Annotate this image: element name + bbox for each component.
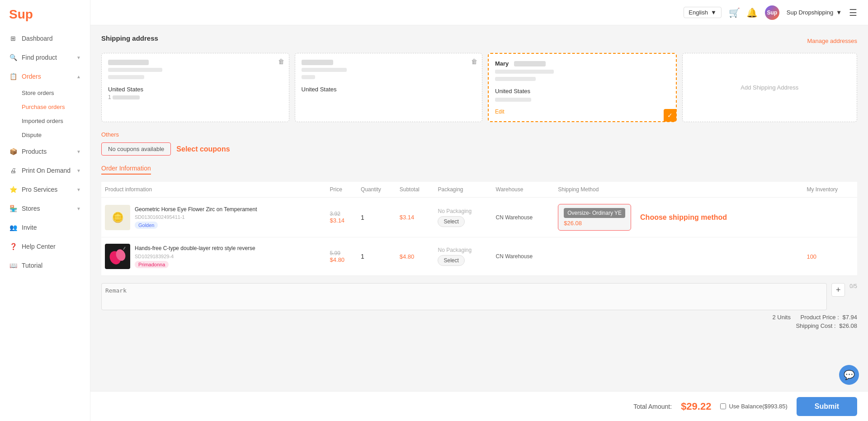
col-quantity: Quantity	[357, 182, 396, 198]
sidebar-item-help-center[interactable]: ❓ Help Center	[0, 237, 90, 256]
shipping-method-box-1[interactable]: Oversize- Ordinary YE $26.08	[558, 204, 631, 231]
others-section: Others No coupons available Select coupo…	[101, 131, 857, 156]
product-thumb-2	[105, 244, 130, 269]
inventory-2: 100	[803, 237, 857, 276]
subtotal-1: $3.14	[396, 198, 434, 237]
price-old-1: 3.92	[330, 211, 354, 217]
order-table: Product information Price Quantity Subto…	[101, 182, 857, 276]
selected-check-icon: ✓	[664, 109, 676, 122]
chevron-up-icon: ▲	[76, 74, 81, 79]
chevron-down-icon-4: ▼	[76, 187, 81, 192]
col-packaging: Packaging	[434, 182, 492, 198]
sidebar-item-tutorial[interactable]: 📖 Tutorial	[0, 256, 90, 275]
sidebar-item-print-on-demand[interactable]: 🖨 Print On Demand ▼	[0, 161, 90, 180]
product-info-1: 🪙 Geometric Horse Eye Flower Zirc on Tem…	[105, 205, 323, 230]
submit-button[interactable]: Submit	[797, 397, 857, 416]
hamburger-menu-icon[interactable]: ☰	[849, 7, 857, 18]
content-area: Shipping address Manage addresses 🗑 Unit…	[90, 25, 868, 391]
user-menu[interactable]: Sup Dropshipping ▼	[787, 9, 842, 16]
product-info-2: Hands-free C-type double-layer retro sty…	[105, 244, 323, 269]
remark-input[interactable]	[101, 283, 827, 310]
addr1-name	[108, 60, 283, 65]
addr2-country: United States	[302, 86, 476, 93]
chat-bubble[interactable]: 💬	[839, 365, 859, 385]
price-new-1: $3.14	[330, 217, 354, 224]
table-row: 🪙 Geometric Horse Eye Flower Zirc on Tem…	[101, 198, 857, 237]
manage-addresses-link[interactable]: Manage addresses	[807, 38, 857, 44]
packaging-select-btn-2[interactable]: Select	[438, 255, 464, 266]
col-warehouse: Warehouse	[492, 182, 555, 198]
sidebar-item-dispute[interactable]: Dispute	[22, 128, 90, 142]
address-card-2[interactable]: 🗑 United States	[295, 53, 483, 122]
chevron-down-icon: ▼	[76, 55, 81, 60]
shipping-method-2	[554, 237, 803, 276]
orders-submenu: Store orders Purchase orders Imported or…	[0, 86, 90, 142]
product-variant-1: Golden	[135, 222, 158, 229]
product-variant-2: Primadonna	[135, 261, 169, 268]
no-coupons-box[interactable]: No coupons available	[101, 142, 171, 156]
chevron-down-icon-user: ▼	[836, 9, 842, 16]
col-inventory: My Inventory	[803, 182, 857, 198]
product-sku-1: SD01301602495411-1	[135, 214, 257, 220]
sidebar-item-invite[interactable]: 👥 Invite	[0, 218, 90, 237]
delete-address-2-icon[interactable]: 🗑	[471, 58, 477, 65]
product-thumb-1: 🪙	[105, 205, 130, 230]
chevron-down-icon-5: ▼	[76, 206, 81, 211]
addresses-row: 🗑 United States 1 🗑 United St	[101, 53, 857, 122]
address-card-3[interactable]: Mary United States Edit ✓	[488, 53, 677, 122]
remark-add-button[interactable]: +	[831, 283, 845, 297]
addr3-name: Mary	[495, 60, 670, 67]
sidebar-item-pro-services[interactable]: ⭐ Pro Services ▼	[0, 180, 90, 199]
help-icon: ❓	[9, 242, 17, 251]
shipping-title: Shipping address	[101, 34, 158, 42]
main-area: English ▼ 🛒 🔔 Sup Sup Dropshipping ▼ ☰ S…	[90, 0, 868, 421]
price-old-2: 5.99	[330, 250, 354, 256]
table-row: Hands-free C-type double-layer retro sty…	[101, 237, 857, 276]
coupons-section: No coupons available Select coupons	[101, 142, 857, 156]
packaging-label-2: No Packaging	[438, 247, 472, 253]
use-balance-checkbox[interactable]	[720, 403, 726, 409]
language-selector[interactable]: English ▼	[684, 7, 722, 18]
sidebar-item-imported-orders[interactable]: Imported orders	[22, 114, 90, 128]
shipping-method-selected-1: Oversize- Ordinary YE	[564, 208, 625, 218]
product-sku-2: SD1029183929-4	[135, 254, 255, 259]
inventory-1	[803, 198, 857, 237]
address-card-1[interactable]: 🗑 United States 1	[101, 53, 289, 122]
use-balance-label: Use Balance($993.85)	[720, 403, 787, 410]
remark-row: + 0/5	[101, 283, 857, 310]
delete-address-1-icon[interactable]: 🗑	[278, 58, 284, 65]
remark-count: 0/5	[849, 283, 857, 289]
bell-icon[interactable]: 🔔	[746, 7, 758, 18]
sidebar-item-find-product[interactable]: 🔍 Find product ▼	[0, 48, 90, 67]
sidebar-item-stores[interactable]: 🏪 Stores ▼	[0, 199, 90, 218]
add-address-card[interactable]: Add Shipping Address	[682, 53, 858, 122]
order-info-tab[interactable]: Order Information	[101, 165, 151, 175]
sidebar-item-dashboard[interactable]: ⊞ Dashboard	[0, 29, 90, 48]
app-logo: Sup	[0, 0, 90, 29]
sidebar-item-orders[interactable]: 📋 Orders ▲	[0, 67, 90, 86]
sidebar-item-purchase-orders[interactable]: Purchase orders	[22, 100, 90, 114]
dashboard-icon: ⊞	[9, 34, 17, 43]
total-label: Total Amount:	[633, 403, 672, 410]
col-product: Product information	[101, 182, 326, 198]
chevron-down-icon-2: ▼	[76, 149, 81, 154]
price-new-2: $4.80	[330, 256, 354, 263]
col-price: Price	[326, 182, 358, 198]
choose-shipping-label: Choose shipping method	[640, 213, 727, 222]
orders-icon: 📋	[9, 72, 17, 80]
units-label: 2 Units Product Price : $7.94	[772, 314, 857, 321]
sidebar-item-store-orders[interactable]: Store orders	[22, 86, 90, 100]
header: English ▼ 🛒 🔔 Sup Sup Dropshipping ▼ ☰	[90, 0, 868, 25]
header-icons: 🛒 🔔	[729, 7, 758, 18]
sidebar: Sup ⊞ Dashboard 🔍 Find product ▼ 📋 Order…	[0, 0, 90, 421]
select-coupons-text[interactable]: Select coupons	[176, 145, 230, 153]
packaging-1: No Packaging Select	[438, 208, 488, 227]
packaging-select-btn-1[interactable]: Select	[438, 216, 464, 227]
edit-address-3-link[interactable]: Edit	[495, 109, 505, 115]
order-information-section: Order Information Product information Pr…	[101, 165, 857, 329]
sidebar-item-products[interactable]: 📦 Products ▼	[0, 142, 90, 161]
cart-icon[interactable]: 🛒	[729, 7, 740, 18]
shipping-header: Shipping address Manage addresses	[101, 34, 857, 47]
qty-1: 1	[357, 198, 396, 237]
tutorial-icon: 📖	[9, 261, 17, 270]
